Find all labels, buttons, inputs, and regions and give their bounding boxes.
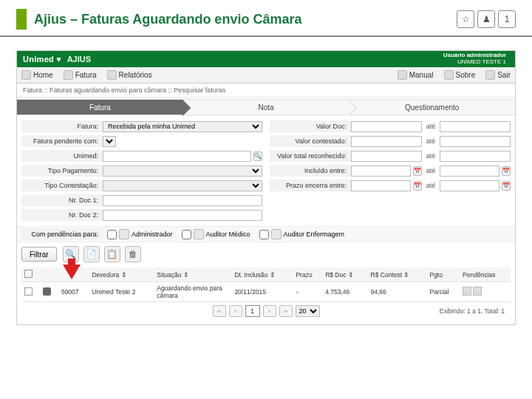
form-col-left: Fatura:Recebida pela minha Unimed Fatura… xyxy=(21,120,262,223)
input-prazo-to[interactable] xyxy=(440,180,499,191)
cell-rscont: 94,66 xyxy=(368,282,427,302)
callout-arrow-icon xyxy=(63,265,81,279)
input-valor-cont-from[interactable] xyxy=(351,136,422,147)
col-rsdoc[interactable]: R$ Doc ⇕ xyxy=(322,267,367,282)
col-dtinc[interactable]: Dt. Inclusão ⇕ xyxy=(231,267,293,282)
select-pendente[interactable] xyxy=(103,136,116,147)
exit-icon xyxy=(485,70,495,80)
calendar-icon[interactable]: 📅 xyxy=(502,181,511,191)
select-tipo-cont[interactable] xyxy=(103,180,262,191)
label-tipo-pag: Tipo Pagamento: xyxy=(21,165,103,177)
header-badge-icon: ♟ xyxy=(477,10,495,28)
calendar-icon[interactable]: 📅 xyxy=(413,181,422,191)
select-fatura[interactable]: Recebida pela minha Unimed xyxy=(103,121,262,132)
col-pgto[interactable]: Pgto xyxy=(426,267,460,282)
pager-prev[interactable]: ‹ xyxy=(229,305,242,317)
calendar-icon[interactable]: 📅 xyxy=(502,166,511,176)
input-doc1[interactable] xyxy=(103,195,262,206)
cell-rsdoc: 4.753,46 xyxy=(322,282,367,302)
label-tipo-cont: Tipo Contestação: xyxy=(21,180,103,191)
pager-current: 1 xyxy=(245,305,260,317)
report-icon xyxy=(107,70,117,80)
chk-enf[interactable]: Auditor Enfermagem xyxy=(259,229,345,239)
label-valor-cont: Valor contestado: xyxy=(270,135,351,147)
col-pend[interactable]: Pendências xyxy=(460,267,511,282)
app-topbar: Unimed ♥ AJIUS Usuário administrador UNI… xyxy=(17,51,515,67)
cell-situacao: Aguardando envio para câmara xyxy=(154,282,231,302)
menubar: Home Fatura Relatórios Manual Sobre Sair xyxy=(17,67,515,83)
trash-icon[interactable]: 🗑 xyxy=(125,246,141,262)
accent-block xyxy=(16,9,27,30)
menu-sair[interactable]: Sair xyxy=(485,70,511,80)
input-valor-rec-from[interactable] xyxy=(351,151,422,162)
pager-next[interactable]: › xyxy=(263,305,276,317)
pager: ‹‹ ‹ 1 › ›› 20 Exibindo: 1 a 1. Total: 1 xyxy=(21,302,511,320)
cell-dtinc: 20/11/2015 xyxy=(231,282,293,302)
table-row[interactable]: 50007 Unimed Teste 2 Aguardando envio pa… xyxy=(21,282,511,302)
help-icon xyxy=(398,70,407,80)
label-fatura: Fatura: xyxy=(21,120,103,132)
select-tipo-pag[interactable] xyxy=(103,166,262,177)
col-rscont[interactable]: R$ Contest ⇕ xyxy=(368,267,427,282)
slide-header-icons: ☆ ♟ 1 xyxy=(457,10,516,28)
col-devedora[interactable]: Devedora ⇕ xyxy=(89,267,154,282)
expand-icon[interactable] xyxy=(43,287,51,296)
pager-summary: Exibindo: 1 a 1. Total: 1 xyxy=(440,307,505,315)
label-unimed: Unimed: xyxy=(21,150,103,162)
calendar-icon[interactable]: 📅 xyxy=(413,166,422,176)
input-incluido-to[interactable] xyxy=(440,166,499,177)
input-valor-cont-to[interactable] xyxy=(440,136,511,147)
clipboard-icon[interactable]: 📋 xyxy=(104,246,120,262)
wizard-steps: Fatura Nota Questionamento xyxy=(17,99,515,115)
step-nota[interactable]: Nota xyxy=(183,99,349,115)
input-incluido-from[interactable] xyxy=(351,166,411,177)
chk-admin[interactable]: Administrador xyxy=(107,229,173,239)
label-valor-doc: Valor Doc: xyxy=(270,120,351,132)
input-valor-doc-to[interactable] xyxy=(440,121,511,132)
label-valor-rec: Valor total reconhecido: xyxy=(270,150,351,162)
search-form: Fatura:Recebida pela minha Unimed Fatura… xyxy=(17,117,515,226)
input-unimed[interactable] xyxy=(103,151,251,162)
user-org: UNIMED TESTE 1 xyxy=(443,59,506,66)
filter-button[interactable]: Filtrar xyxy=(21,247,57,262)
pager-first[interactable]: ‹‹ xyxy=(213,305,226,317)
input-valor-doc-from[interactable] xyxy=(351,121,422,132)
col-check[interactable] xyxy=(21,267,40,282)
label-incluido: Incluído entre: xyxy=(270,165,351,177)
label-pendencias: Com pendências para: xyxy=(21,228,103,240)
admin-icon xyxy=(119,229,129,239)
menu-sobre[interactable]: Sobre xyxy=(444,70,476,80)
chk-medico[interactable]: Auditor Médico xyxy=(182,229,250,239)
label-doc2: Nr. Doc 2: xyxy=(21,209,103,221)
cell-prazo: - xyxy=(293,282,322,302)
menu-manual[interactable]: Manual xyxy=(398,70,434,80)
input-valor-rec-to[interactable] xyxy=(440,151,511,162)
label-pendente: Fatura pendente com: xyxy=(21,135,103,147)
pager-size[interactable]: 20 xyxy=(296,305,320,317)
home-icon xyxy=(21,70,31,80)
row-checkbox[interactable] xyxy=(24,287,33,296)
menu-home[interactable]: Home xyxy=(21,70,53,80)
enf-icon xyxy=(271,229,282,239)
label-doc1: Nr. Doc 1: xyxy=(21,194,103,206)
cell-pend xyxy=(460,282,511,302)
invoice-icon xyxy=(64,70,73,80)
step-questionamento[interactable]: Questionamento xyxy=(349,99,515,115)
slide-title: Ajius – Faturas Aguardando envio Câmara xyxy=(34,12,301,27)
label-prazo: Prazo encerra entre: xyxy=(270,180,351,191)
col-situacao[interactable]: Situação ⇕ xyxy=(154,267,231,282)
input-doc2[interactable] xyxy=(103,210,262,221)
module-name: AJIUS xyxy=(67,55,91,64)
app-window: Unimed ♥ AJIUS Usuário administrador UNI… xyxy=(16,50,516,325)
info-icon xyxy=(444,70,454,80)
col-prazo[interactable]: Prazo xyxy=(293,267,322,282)
search-icon[interactable]: 🔍 xyxy=(253,151,262,161)
cell-pgto: Parcial xyxy=(426,282,460,302)
col-expand xyxy=(40,267,58,282)
input-prazo-from[interactable] xyxy=(351,180,411,191)
menu-relatorios[interactable]: Relatórios xyxy=(107,70,152,80)
menu-fatura[interactable]: Fatura xyxy=(64,70,97,80)
step-fatura[interactable]: Fatura xyxy=(17,99,183,115)
send-icon[interactable]: 📄 xyxy=(83,246,100,262)
pager-last[interactable]: ›› xyxy=(279,305,293,317)
